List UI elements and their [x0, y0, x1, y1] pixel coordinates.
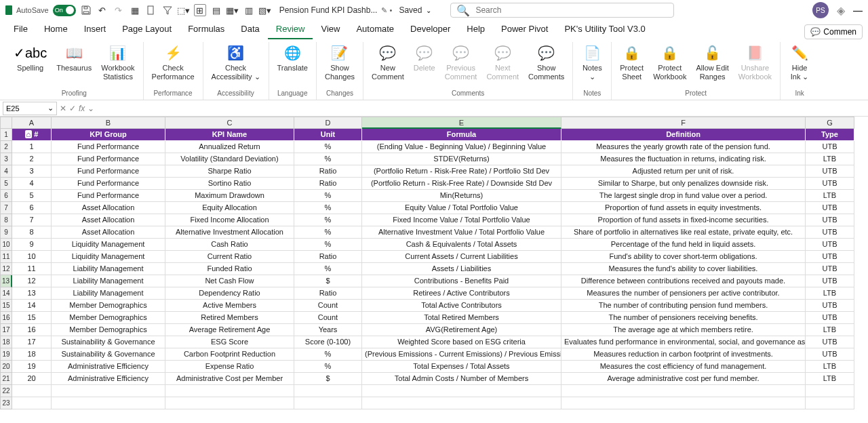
- show-comments-button[interactable]: 💬ShowComments: [524, 42, 568, 88]
- data-icon[interactable]: ▥: [243, 4, 255, 16]
- cell-B21[interactable]: Administrative Efficiency: [52, 373, 165, 385]
- protect-sheet-button[interactable]: 🔒ProtectSheet: [616, 42, 648, 88]
- allow-edit-ranges-button[interactable]: 🔓Allow EditRanges: [692, 42, 732, 88]
- cell-F22[interactable]: [561, 385, 806, 397]
- cell-D12[interactable]: %: [294, 263, 362, 275]
- cell-C23[interactable]: [165, 397, 294, 409]
- document-title[interactable]: Pension Fund KPI Dashb...: [279, 5, 378, 15]
- cell-C1[interactable]: KPI Name: [165, 129, 294, 141]
- cell-C16[interactable]: Retired Members: [165, 312, 294, 324]
- cell-D1[interactable]: Unit: [294, 129, 362, 141]
- cell-G16[interactable]: UTB: [806, 312, 854, 324]
- cell-D2[interactable]: %: [294, 141, 362, 153]
- cell-F11[interactable]: Fund's ability to cover short-term oblig…: [561, 251, 806, 263]
- cell-D8[interactable]: %: [294, 214, 362, 226]
- row-header-15[interactable]: 15: [0, 300, 12, 312]
- cell-D9[interactable]: %: [294, 226, 362, 239]
- row-header-19[interactable]: 19: [0, 348, 12, 361]
- cell-A2[interactable]: 1: [12, 141, 52, 153]
- cell-A5[interactable]: 4: [12, 178, 52, 190]
- cell-A19[interactable]: 18: [12, 348, 52, 361]
- paste-icon[interactable]: [145, 4, 157, 16]
- row-header-2[interactable]: 2: [0, 141, 12, 153]
- cancel-formula-icon[interactable]: ✕: [60, 104, 66, 113]
- cell-C20[interactable]: Expense Ratio: [165, 361, 294, 373]
- tab-page-layout[interactable]: Page Layout: [114, 20, 180, 39]
- tab-data[interactable]: Data: [233, 20, 267, 39]
- cell-B15[interactable]: Member Demographics: [52, 300, 165, 312]
- formula-input[interactable]: [97, 102, 865, 115]
- cell-D14[interactable]: Ratio: [294, 287, 362, 300]
- cell-F15[interactable]: The number of contributing pension fund …: [561, 300, 806, 312]
- show-changes-button[interactable]: 📝ShowChanges: [321, 42, 359, 88]
- cell-E23[interactable]: [362, 397, 561, 409]
- cell-C9[interactable]: Alternative Investment Allocation: [165, 226, 294, 239]
- grid-icon[interactable]: ▦: [129, 4, 141, 16]
- cell-A7[interactable]: 6: [12, 202, 52, 214]
- pivot-icon[interactable]: ▦▾: [226, 4, 239, 16]
- cell-G8[interactable]: UTB: [806, 214, 854, 226]
- cell-B9[interactable]: Asset Allocation: [52, 226, 165, 239]
- notes-button[interactable]: 📄Notes⌄: [577, 42, 607, 88]
- cell-F6[interactable]: The largest single drop in fund value ov…: [561, 190, 806, 202]
- cell-E20[interactable]: Total Expenses / Total Assets: [362, 361, 561, 373]
- cell-C21[interactable]: Administrative Cost per Member: [165, 373, 294, 385]
- cell-A4[interactable]: 3: [12, 165, 52, 178]
- cell-F16[interactable]: The number of pensioners receiving benef…: [561, 312, 806, 324]
- cell-B2[interactable]: Fund Performance: [52, 141, 165, 153]
- cell-E14[interactable]: Retirees / Active Contributors: [362, 287, 561, 300]
- cell-G15[interactable]: UTB: [806, 300, 854, 312]
- cell-G12[interactable]: UTB: [806, 263, 854, 275]
- row-header-20[interactable]: 20: [0, 361, 12, 373]
- cell-E3[interactable]: STDEV(Returns): [362, 153, 561, 165]
- cell-B4[interactable]: Fund Performance: [52, 165, 165, 178]
- cell-G5[interactable]: UTB: [806, 178, 854, 190]
- cell-E16[interactable]: Total Retired Members: [362, 312, 561, 324]
- cell-G4[interactable]: UTB: [806, 165, 854, 178]
- cell-C18[interactable]: ESG Score: [165, 336, 294, 348]
- cell-G17[interactable]: LTB: [806, 324, 854, 336]
- cell-G6[interactable]: LTB: [806, 190, 854, 202]
- cell-E8[interactable]: Fixed Income Value / Total Portfolio Val…: [362, 214, 561, 226]
- check-accessibility-button[interactable]: ♿CheckAccessibility ⌄: [208, 42, 264, 88]
- cell-F14[interactable]: Measures the number of pensioners per ac…: [561, 287, 806, 300]
- cell-E10[interactable]: Cash & Equivalents / Total Assets: [362, 239, 561, 251]
- spelling-button[interactable]: ✓abcSpelling: [9, 42, 51, 88]
- cell-F10[interactable]: Percentage of the fund held in liquid as…: [561, 239, 806, 251]
- row-header-17[interactable]: 17: [0, 324, 12, 336]
- thesaurus-button[interactable]: 📖Thesaurus: [52, 42, 96, 88]
- cell-C8[interactable]: Fixed Income Allocation: [165, 214, 294, 226]
- cell-B1[interactable]: KPI Group: [52, 129, 165, 141]
- cell-A18[interactable]: 17: [12, 336, 52, 348]
- cell-A17[interactable]: 16: [12, 324, 52, 336]
- cell-E7[interactable]: Equity Value / Total Portfolio Value: [362, 202, 561, 214]
- cell-B11[interactable]: Liquidity Management: [52, 251, 165, 263]
- comments-button[interactable]: 💬 Commen: [804, 24, 863, 39]
- cell-A21[interactable]: 20: [12, 373, 52, 385]
- user-avatar[interactable]: PS: [812, 2, 829, 18]
- column-header-G[interactable]: G: [806, 117, 854, 129]
- cell-D18[interactable]: Score (0-100): [294, 336, 362, 348]
- cell-A16[interactable]: 15: [12, 312, 52, 324]
- cell-E19[interactable]: (Previous Emissions - Current Emissions)…: [362, 348, 561, 361]
- cell-C4[interactable]: Sharpe Ratio: [165, 165, 294, 178]
- cell-F9[interactable]: Share of portfolio in alternatives like …: [561, 226, 806, 239]
- tab-formulas[interactable]: Formulas: [180, 20, 233, 39]
- cell-A8[interactable]: 7: [12, 214, 52, 226]
- chart-icon[interactable]: ▧▾: [259, 4, 271, 16]
- new-comment-button[interactable]: 💬NewComment: [368, 42, 408, 88]
- diamond-icon[interactable]: ◈: [837, 4, 845, 17]
- tab-view[interactable]: View: [313, 20, 348, 39]
- cell-B16[interactable]: Member Demographics: [52, 312, 165, 324]
- cell-D13[interactable]: $: [294, 275, 362, 287]
- cell-A15[interactable]: 14: [12, 300, 52, 312]
- row-header-9[interactable]: 9: [0, 226, 12, 239]
- cell-A6[interactable]: 5: [12, 190, 52, 202]
- cell-B22[interactable]: [52, 385, 165, 397]
- row-header-22[interactable]: 22: [0, 385, 12, 397]
- row-header-13[interactable]: 13: [0, 275, 12, 287]
- tab-help[interactable]: Help: [458, 20, 493, 39]
- row-header-6[interactable]: 6: [0, 190, 12, 202]
- cell-F13[interactable]: Difference between contributions receive…: [561, 275, 806, 287]
- cell-D5[interactable]: Ratio: [294, 178, 362, 190]
